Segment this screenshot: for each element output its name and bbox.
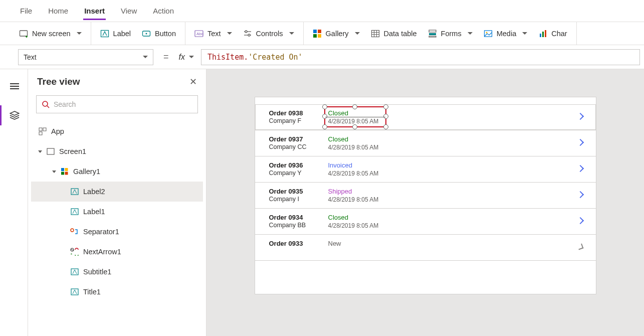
chevron-down-icon: [189, 56, 194, 58]
svg-point-5: [146, 33, 147, 34]
button-icon: [142, 29, 151, 38]
tree-node-label1[interactable]: Label1: [31, 202, 203, 222]
next-arrow-icon[interactable]: [578, 138, 583, 146]
order-timestamp: 4/28/2019 8:05 AM: [328, 196, 398, 203]
controls-button[interactable]: Controls: [243, 29, 294, 38]
tree-search-box[interactable]: Search: [36, 95, 198, 113]
tree-node-gallery1[interactable]: Gallery1: [31, 161, 203, 182]
new-screen-label: New screen: [32, 30, 71, 38]
order-title: Order 0935: [269, 188, 328, 195]
menu-item-view[interactable]: View: [120, 2, 138, 20]
forms-button[interactable]: Forms: [428, 29, 473, 38]
gallery-label: Gallery: [326, 30, 349, 38]
separator-icon: [70, 227, 79, 236]
gallery-item[interactable]: Order 0934Company BBClosed4/28/2019 8:05…: [255, 209, 596, 235]
formula-token-this: ThisItem: [207, 53, 244, 62]
text-icon: Abc: [194, 29, 203, 38]
label-icon: [70, 287, 79, 296]
text-label: Text: [207, 30, 221, 38]
new-screen-button[interactable]: New screen: [19, 29, 82, 38]
chevron-down-icon: [227, 32, 232, 35]
property-selector[interactable]: Text: [18, 49, 153, 65]
tree-label-gallery1: Gallery1: [73, 167, 100, 176]
svg-text:Abc: Abc: [196, 32, 203, 36]
ribbon-toolbar: New screen Label Button Abc Text: [0, 22, 644, 45]
next-arrow-icon[interactable]: [578, 191, 583, 199]
gallery-item[interactable]: Order 0937Company CCClosed4/28/2019 8:05…: [255, 130, 596, 156]
equals-sign: =: [160, 52, 172, 62]
svg-line-31: [47, 106, 49, 108]
chevron-down-icon: [355, 32, 360, 35]
gallery-button[interactable]: Gallery: [313, 29, 360, 38]
charts-label: Char: [551, 30, 567, 38]
svg-point-42: [71, 229, 74, 232]
tree-node-screen1[interactable]: Screen1: [31, 141, 203, 161]
order-company: Company Y: [269, 170, 328, 177]
svg-line-44: [71, 249, 73, 250]
svg-marker-29: [10, 111, 19, 115]
tree-label-screen1: Screen1: [59, 147, 86, 155]
tree-node-nextarrow1[interactable]: + NextArrow1: [31, 242, 203, 262]
svg-rect-35: [47, 148, 54, 154]
gallery-item[interactable]: Order 0935Company IShipped4/28/2019 8:05…: [255, 183, 596, 209]
order-status: Invoiced: [328, 161, 398, 169]
hamburger-icon: [10, 82, 19, 91]
label-button[interactable]: Label: [100, 29, 131, 38]
svg-rect-15: [318, 34, 321, 38]
svg-rect-26: [540, 34, 541, 37]
svg-rect-38: [61, 172, 64, 175]
gallery-item[interactable]: Order 0936Company YInvoiced4/28/2019 8:0…: [255, 156, 596, 183]
tree-node-separator1[interactable]: Separator1: [31, 222, 203, 242]
screen1-preview[interactable]: Order 0938Company FClosed4/28/2019 8:05 …: [255, 97, 596, 294]
svg-rect-34: [39, 132, 42, 135]
order-company: Company I: [269, 196, 328, 203]
svg-rect-12: [313, 30, 317, 33]
hamburger-button[interactable]: [0, 76, 28, 96]
order-timestamp: 4/28/2019 8:05 AM: [328, 170, 398, 177]
gallery-item[interactable]: Order 0933New: [255, 235, 596, 261]
caret-icon: [38, 150, 42, 153]
next-arrow-icon[interactable]: [578, 164, 583, 173]
gallery-icon: [60, 167, 69, 176]
order-status: Closed: [328, 109, 398, 117]
svg-rect-21: [429, 30, 436, 32]
tree-view-rail-button[interactable]: [0, 105, 28, 125]
button-button[interactable]: Button: [142, 29, 176, 38]
svg-rect-28: [545, 30, 546, 37]
new-screen-icon: [19, 29, 28, 38]
gallery-icon: [313, 29, 322, 38]
media-button[interactable]: Media: [484, 29, 528, 38]
tree-node-label2[interactable]: Label2: [31, 182, 203, 202]
charts-button[interactable]: Char: [538, 29, 567, 38]
tree-view-title: Tree view: [37, 76, 80, 87]
label-icon: [100, 29, 109, 38]
chevron-down-icon: [77, 32, 82, 35]
media-label: Media: [497, 30, 517, 38]
tree-node-subtitle1[interactable]: Subtitle1: [31, 262, 203, 282]
menu-item-insert[interactable]: Insert: [83, 2, 106, 20]
menu-item-home[interactable]: Home: [47, 2, 69, 20]
data-table-button[interactable]: Data table: [371, 29, 417, 38]
fx-label[interactable]: fx: [179, 53, 194, 62]
tree-node-title1[interactable]: Title1: [31, 282, 203, 302]
text-button[interactable]: Abc Text: [194, 29, 232, 38]
next-arrow-icon[interactable]: [578, 243, 583, 251]
svg-rect-14: [313, 34, 317, 38]
order-status: New: [328, 240, 398, 247]
search-icon: [42, 100, 50, 108]
order-title: Order 0934: [269, 214, 328, 221]
tree-view-panel: Tree view ✕ Search App Screen1: [28, 69, 206, 336]
formula-bar: Text = fx ThisItem.'Created On': [0, 45, 644, 69]
tree-label-label2: Label2: [83, 188, 105, 196]
next-arrow-icon[interactable]: [578, 112, 583, 120]
tree-node-app[interactable]: App: [31, 121, 203, 141]
menu-item-action[interactable]: Action: [152, 2, 175, 20]
formula-input[interactable]: ThisItem.'Created On': [201, 49, 640, 65]
next-arrow-icon[interactable]: [578, 217, 583, 225]
svg-rect-16: [371, 30, 379, 37]
gallery-item[interactable]: Order 0938Company FClosed4/28/2019 8:05 …: [255, 104, 596, 130]
close-panel-button[interactable]: ✕: [189, 77, 197, 86]
design-canvas[interactable]: Order 0938Company FClosed4/28/2019 8:05 …: [206, 69, 644, 336]
svg-point-10: [245, 31, 247, 33]
menu-item-file[interactable]: File: [19, 2, 33, 20]
